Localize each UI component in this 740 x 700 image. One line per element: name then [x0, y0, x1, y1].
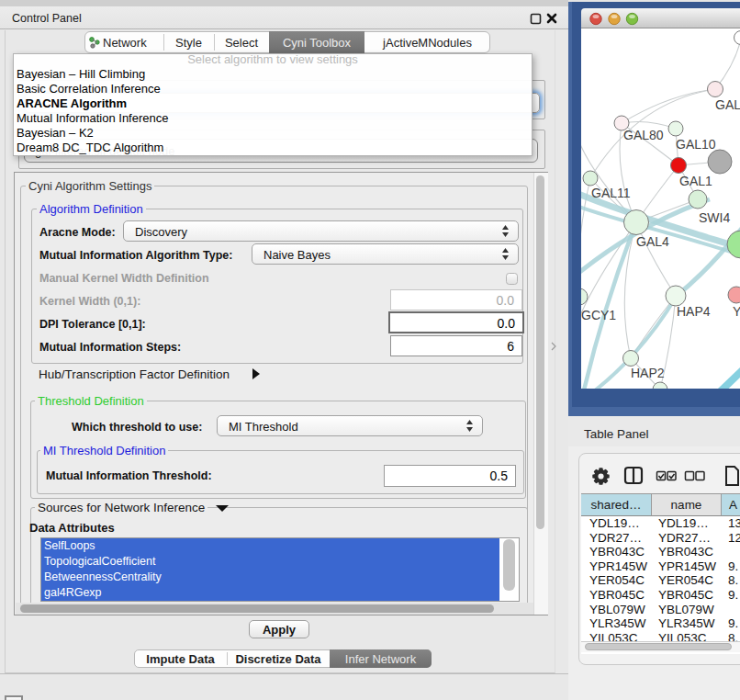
svg-text:GAL1: GAL1: [679, 174, 712, 188]
svg-text:GAL80: GAL80: [623, 128, 664, 142]
svg-text:Y: Y: [733, 304, 740, 319]
svg-text:HAP2: HAP2: [631, 366, 665, 380]
svg-text:GCY1: GCY1: [581, 308, 616, 322]
svg-text:GAL10: GAL10: [676, 137, 716, 152]
svg-text:GAL11: GAL11: [591, 186, 631, 200]
svg-text:GAL: GAL: [715, 97, 740, 112]
svg-text:HAP4: HAP4: [677, 304, 711, 319]
svg-text:SWI4: SWI4: [699, 210, 730, 225]
svg-text:GAL4: GAL4: [636, 234, 669, 249]
